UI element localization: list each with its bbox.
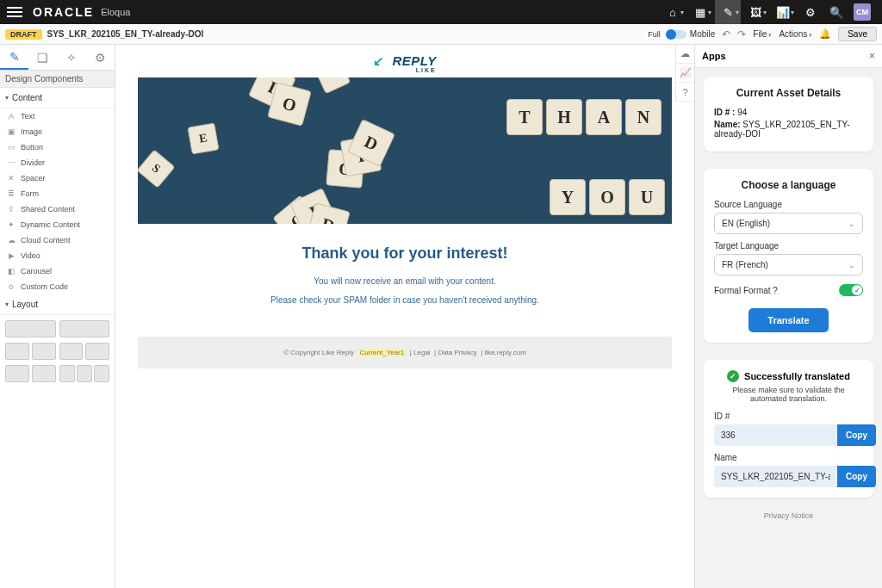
help-tool-icon[interactable]: ?: [676, 83, 694, 102]
main-area: ✎ ❏ ✧ ⚙ Design Components ▾Content AText…: [0, 45, 882, 588]
mobile-toggle[interactable]: Mobile: [668, 29, 715, 39]
chevron-down-icon: ▾: [5, 300, 9, 308]
result-name-field[interactable]: [714, 466, 837, 487]
search-icon[interactable]: 🔍: [823, 0, 849, 24]
asset-title[interactable]: SYS_LKR_202105_EN_TY-already-DOI: [47, 29, 204, 39]
layout-2col-c[interactable]: [5, 365, 29, 382]
notifications-icon[interactable]: 🔔: [819, 28, 831, 40]
check-icon: ✓: [727, 370, 739, 382]
result-id-label: ID #: [714, 412, 863, 421]
component-list: AText ▣Image ▭Button ⋯Divider ✕Spacer ≣F…: [0, 108, 115, 294]
left-palette: ✎ ❏ ✧ ⚙ Design Components ▾Content AText…: [0, 45, 115, 588]
copy-name-button[interactable]: Copy: [837, 466, 876, 487]
video-icon: ▶: [7, 251, 16, 260]
content-accordion[interactable]: ▾Content: [0, 88, 115, 108]
email-headline: Thank you for your interest!: [172, 244, 637, 263]
layout-2col-a[interactable]: [5, 343, 29, 360]
tab-blocks-icon[interactable]: ❏: [28, 45, 57, 70]
layout-3col[interactable]: [59, 365, 75, 382]
component-shared-content[interactable]: ⇪Shared Content: [0, 201, 115, 217]
component-button[interactable]: ▭Button: [0, 139, 115, 155]
email-document[interactable]: REPLY LIKE S E I O O I D O I D T H A N: [138, 48, 672, 368]
component-image[interactable]: ▣Image: [0, 124, 115, 139]
email-footer: © Copyright Like Reply Current_Year1 | L…: [138, 337, 672, 368]
view-full-label[interactable]: Full: [648, 30, 661, 39]
target-language-select[interactable]: FR (French)⌄: [714, 254, 863, 275]
view-mobile-label: Mobile: [690, 29, 715, 39]
hero-image: S E I O O I D O I D T H A N Y O U: [138, 77, 672, 224]
cloud-icon: ☁: [7, 236, 16, 244]
global-navbar: ORACLE Eloqua ⌂▾ ▦▾ ✎▾ 🖼▾ 📊▾ ⚙ 🔍 CM: [0, 0, 882, 24]
tab-settings-icon[interactable]: ⚙: [86, 45, 115, 70]
menu-icon[interactable]: [7, 7, 22, 17]
asset-name-row: Name: SYS_LKR_202105_EN_TY-already-DOI: [714, 120, 863, 139]
layout-accordion[interactable]: ▾Layout: [0, 294, 115, 315]
component-text[interactable]: AText: [0, 108, 115, 124]
merge-token[interactable]: Current_Year1: [358, 349, 407, 356]
footer-domain-link[interactable]: like.reply.com: [485, 349, 526, 356]
formal-format-toggle[interactable]: [839, 284, 863, 296]
layout-2col-b[interactable]: [85, 343, 109, 360]
code-icon: ≎: [7, 282, 16, 291]
spacer-icon: ✕: [7, 174, 16, 183]
chevron-down-icon: ▾: [680, 9, 684, 16]
component-carousel[interactable]: ◧Carousel: [0, 263, 115, 279]
close-icon[interactable]: ×: [869, 50, 875, 62]
success-status: ✓ Successfully translated: [714, 370, 863, 382]
component-dynamic-content[interactable]: ✦Dynamic Content: [0, 217, 115, 232]
chevron-down-icon: ⌄: [848, 220, 855, 228]
component-cloud-content[interactable]: ☁Cloud Content: [0, 232, 115, 248]
canvas-tool-rail: ☁ 📈 ?: [675, 45, 694, 102]
email-brand-row: REPLY LIKE: [138, 48, 672, 77]
apps-title: Apps: [702, 51, 726, 61]
privacy-notice-link[interactable]: Privacy Notice: [695, 506, 882, 529]
language-heading: Choose a language: [714, 179, 863, 191]
layout-1col-alt[interactable]: [59, 320, 110, 337]
source-language-select[interactable]: EN (English)⌄: [714, 213, 863, 234]
footer-legal-link[interactable]: Legal: [413, 349, 431, 356]
file-menu[interactable]: File▾: [753, 29, 772, 39]
source-language-label: Source Language: [714, 200, 863, 209]
cloud-tool-icon[interactable]: ☁: [676, 45, 694, 64]
tab-styles-icon[interactable]: ✧: [58, 45, 86, 70]
settings-icon[interactable]: ⚙: [798, 0, 823, 24]
layout-2col-c[interactable]: [32, 365, 56, 382]
save-button[interactable]: Save: [838, 27, 877, 41]
actions-menu[interactable]: Actions▾: [779, 29, 812, 39]
target-language-label: Target Language: [714, 241, 863, 251]
product-name: Eloqua: [101, 7, 130, 17]
divider-icon: ⋯: [7, 158, 16, 167]
asset-id-row: ID # : 94: [714, 108, 863, 117]
language-card: Choose a language Source Language EN (En…: [704, 169, 873, 343]
layout-3col[interactable]: [94, 365, 109, 382]
translate-button[interactable]: Translate: [748, 308, 828, 332]
dynamic-icon: ✦: [7, 220, 16, 229]
email-body: Thank you for your interest! You will no…: [138, 224, 672, 337]
copy-id-button[interactable]: Copy: [837, 424, 876, 446]
chevron-down-icon: ▾: [763, 9, 767, 16]
redo-icon[interactable]: ↷: [737, 28, 746, 40]
component-spacer[interactable]: ✕Spacer: [0, 170, 115, 186]
carousel-icon: ◧: [7, 267, 16, 275]
layout-1col[interactable]: [5, 320, 56, 337]
result-card: ✓ Successfully translated Please make su…: [704, 360, 873, 498]
component-divider[interactable]: ⋯Divider: [0, 155, 115, 170]
layout-templates: [0, 315, 115, 387]
design-components-header: Design Components: [0, 71, 115, 88]
email-line2: Please check your SPAM folder in case yo…: [172, 294, 637, 307]
email-canvas[interactable]: ☁ 📈 ? REPLY LIKE S E I O O I D O I: [115, 45, 694, 588]
result-id-field[interactable]: [714, 424, 837, 446]
footer-privacy-link[interactable]: Data Privacy: [438, 349, 476, 356]
undo-icon[interactable]: ↶: [722, 28, 730, 40]
component-form[interactable]: ≣Form: [0, 186, 115, 201]
layout-2col-a[interactable]: [32, 343, 56, 360]
success-subtext: Please make sure to validate the automat…: [714, 386, 863, 403]
tab-components-icon[interactable]: ✎: [0, 45, 28, 70]
component-video[interactable]: ▶Video: [0, 248, 115, 263]
reply-logo: REPLY LIKE: [373, 53, 437, 73]
chart-tool-icon[interactable]: 📈: [676, 64, 694, 83]
layout-3col[interactable]: [77, 365, 92, 382]
layout-2col-b[interactable]: [59, 343, 84, 360]
user-avatar[interactable]: CM: [849, 0, 875, 24]
component-custom-code[interactable]: ≎Custom Code: [0, 279, 115, 294]
